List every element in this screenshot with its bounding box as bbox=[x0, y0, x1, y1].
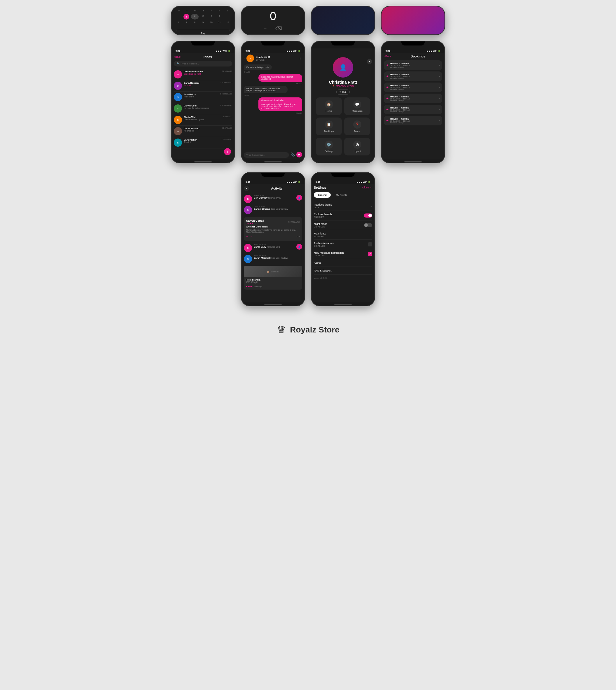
profile-menu-bookings[interactable]: 📋 Bookings bbox=[316, 117, 342, 135]
counter-screen: 0 − ⌫ bbox=[244, 9, 302, 31]
cal-day-5[interactable]: 5 bbox=[216, 14, 223, 20]
avatar-dania-s: D bbox=[244, 244, 252, 252]
chat-msg-4: Vivamus sed aliquet odio.Nunc eget pulvi… bbox=[259, 97, 302, 111]
phone-bookings: 9:41 ▲▲▲ WiFi 🔋 ‹ Back Bookings ✈ Hawaii… bbox=[381, 41, 445, 163]
tab-my-profile[interactable]: My Profile bbox=[332, 192, 351, 198]
profile-menu-logout[interactable]: ⏻ Logout bbox=[344, 138, 370, 155]
settings-close-button[interactable]: Close ✕ bbox=[362, 186, 372, 189]
cal-day-11[interactable]: 11 bbox=[216, 20, 223, 24]
hotel-card[interactable]: 🏨 Hotel Photo Hotel Frankia $299.00/nigh… bbox=[244, 266, 302, 290]
activity-dania: D 2 HOURS AGO Dania Sally followed you 👤 bbox=[244, 242, 302, 253]
activity-close[interactable]: ✕ bbox=[244, 186, 249, 191]
messages-label: Messages bbox=[352, 110, 362, 112]
cal-day-7[interactable]: 7 bbox=[182, 20, 190, 24]
fonts-chevron: ⌄ bbox=[370, 233, 372, 236]
push-notifications-checkbox[interactable] bbox=[368, 242, 372, 246]
counter-minus[interactable]: − bbox=[264, 26, 267, 31]
cal-day-3[interactable]: 3 bbox=[199, 14, 207, 20]
calendar-header: MT WT FS S bbox=[174, 9, 232, 12]
inbox-item-calvin[interactable]: C Calvin Cold No need for extra measures… bbox=[174, 103, 232, 114]
inbox-title: Inbox bbox=[183, 55, 232, 59]
bookings-back[interactable]: ‹ Back bbox=[384, 55, 391, 58]
profile-menu-terms[interactable]: ❓ Terms bbox=[344, 117, 370, 135]
inbox-screen: ‹ Back Inbox 🔍 Type a location... D Doro… bbox=[172, 53, 235, 151]
phone-chat: 9:41 ▲▲▲ WiFi 🔋 ‹ S Sheila Wolf OFFLINE … bbox=[241, 41, 305, 163]
counter-delete[interactable]: ⌫ bbox=[275, 26, 282, 31]
booking-4[interactable]: ✈ Hawaii → Sevilla 28 Oct, 2018 — 11:00A… bbox=[384, 94, 442, 103]
plane-icon-5: ✈ bbox=[386, 108, 389, 111]
terms-label: Terms bbox=[354, 130, 360, 132]
profile-close-button[interactable]: ✕ bbox=[367, 59, 372, 64]
activity-screen: ✕ Activity B 32 MIN AGO Ben Burnley foll… bbox=[242, 184, 305, 292]
profile-menu-messages[interactable]: 💬 Messages bbox=[344, 97, 370, 115]
brand-footer: ♛ Royalz Store bbox=[277, 324, 339, 336]
phone-settings: 9:41 ▲▲▲ WiFi 🔋 Settings Close ✕ General… bbox=[311, 172, 375, 306]
bookings-icon: 📋 bbox=[325, 120, 333, 129]
middle-phones-row: 9:41 ▲▲▲ WiFi 🔋 ‹ Back Inbox 🔍 Type a lo bbox=[171, 41, 445, 163]
booking-2[interactable]: ✈ Hawaii → Sevilla 28 Oct, 2018 — 11:00A… bbox=[384, 71, 442, 81]
booking-3[interactable]: ✈ Hawaii → Sevilla 28 Oct, 2018 — 11:00A… bbox=[384, 83, 442, 92]
home-icon: 🏠 bbox=[325, 100, 333, 109]
send-button[interactable]: ▶ bbox=[296, 152, 302, 157]
profile-menu-settings[interactable]: ⚙️ Settings bbox=[316, 138, 342, 155]
attach-icon[interactable]: 📎 bbox=[290, 153, 295, 157]
explore-search-toggle[interactable] bbox=[364, 214, 372, 218]
compose-button[interactable]: + bbox=[224, 148, 231, 155]
back-button[interactable]: ‹ Back bbox=[174, 55, 181, 58]
avatar-ben: B bbox=[244, 195, 252, 203]
night-mode-toggle[interactable] bbox=[364, 223, 372, 227]
chat-input[interactable]: Type Something... bbox=[244, 152, 289, 158]
activity-sarah: S 3 HOURS AGO Sarah Marshal liked your r… bbox=[244, 253, 302, 265]
settings-icon: ⚙️ bbox=[325, 140, 333, 149]
review-more-btn[interactable]: ⋯ bbox=[296, 235, 300, 239]
inbox-item-dania[interactable]: D Dania Elmond No problem 3 DAYS AGO bbox=[174, 126, 232, 137]
phone-activity: 9:41 ▲▲▲ WiFi 🔋 ✕ Activity B 32 MIN AGO … bbox=[241, 172, 305, 306]
close-x-icon: ✕ bbox=[370, 186, 372, 189]
cal-day-10[interactable]: 10 bbox=[207, 20, 215, 24]
chat-msg-3: Mauris ut tincidunt felis, non euismod m… bbox=[244, 86, 288, 93]
inbox-item-sam[interactable]: S Sam Reids I'll be there! 3 HOURS AGO bbox=[174, 92, 232, 103]
new-message-checkbox[interactable]: ✓ bbox=[368, 252, 372, 256]
inbox-item-sheila[interactable]: S Sheila Wolf Doesn't Matter I guess 1 D… bbox=[174, 114, 232, 126]
cal-day-6[interactable]: 6 bbox=[174, 20, 182, 24]
home-indicator-activity bbox=[264, 304, 282, 305]
chat-avatar: S bbox=[246, 54, 254, 62]
chat-back[interactable]: ‹ bbox=[244, 57, 245, 60]
chevron-icon-4: › bbox=[439, 97, 440, 100]
profile-menu-home[interactable]: 🏠 Home bbox=[316, 97, 342, 115]
inbox-search[interactable]: 🔍 Type a location... bbox=[174, 61, 232, 66]
inbox-item-daria[interactable]: D Daria Boskani So am I! 2 HOURS AGO bbox=[174, 80, 232, 92]
cal-day-9[interactable]: 9 bbox=[199, 20, 207, 24]
cal-day-2[interactable]: 2 bbox=[191, 14, 199, 20]
counter-controls: − ⌫ bbox=[264, 26, 282, 31]
top-phones-row: MT WT FS S 1 2 3 4 5 6 7 8 9 10 11 12 bbox=[171, 6, 445, 35]
settings-interface-theme[interactable]: Interface theme LIGHT ⌄ bbox=[314, 201, 372, 211]
inbox-item-sara[interactable]: S Sara Parker Thanks! 1 WEEK AGO bbox=[174, 137, 232, 149]
cal-day-8[interactable]: 8 bbox=[191, 20, 199, 24]
status-bar-chat: 9:41 ▲▲▲ WiFi 🔋 bbox=[242, 48, 305, 53]
edit-button[interactable]: ✏ Edit bbox=[336, 90, 349, 94]
avatar-dorothy: D bbox=[174, 70, 182, 79]
search-icon: 🔍 bbox=[177, 62, 180, 65]
booking-1[interactable]: ✈ Hawaii → Sevilla 28 Oct, 2018 — 11:00A… bbox=[384, 60, 442, 70]
about-link[interactable]: About bbox=[314, 259, 372, 267]
activity-title: Activity bbox=[251, 187, 302, 190]
cal-day-4[interactable]: 4 bbox=[207, 14, 215, 20]
pay-button[interactable]: Pay bbox=[174, 30, 232, 35]
inbox-item-dorothy[interactable]: D Dorothy Mcfarlen Sounds about right! 5… bbox=[174, 69, 232, 80]
cal-day-12[interactable]: 12 bbox=[224, 20, 232, 24]
hotel-image: 🏨 Hotel Photo bbox=[244, 266, 302, 277]
chat-status-time: 9:41 bbox=[246, 50, 250, 52]
tab-general[interactable]: General bbox=[314, 192, 331, 198]
chat-more-icon[interactable]: ⋮ bbox=[298, 56, 302, 61]
cal-day-1[interactable]: 1 bbox=[183, 14, 189, 20]
status-icons: ▲▲▲ WiFi 🔋 bbox=[216, 50, 230, 52]
booking-5[interactable]: ✈ Hawaii → Sevilla 28 Oct, 2018 — 11:00A… bbox=[384, 105, 442, 114]
faq-support-link[interactable]: FAQ & Support bbox=[314, 267, 372, 275]
profile-location: 📍 MALAGA, SPAIN bbox=[311, 85, 374, 87]
settings-main-fonts[interactable]: Main fonts MODERN ⌄ bbox=[314, 230, 372, 240]
follow-badge-ben: 👤 bbox=[296, 195, 302, 201]
booking-6[interactable]: ✈ Hawaii → Sevilla 28 Oct, 2018 — 11:00A… bbox=[384, 116, 442, 126]
hotel-stars: ★★★★ bbox=[246, 286, 252, 288]
avatar-sam: S bbox=[174, 93, 182, 101]
